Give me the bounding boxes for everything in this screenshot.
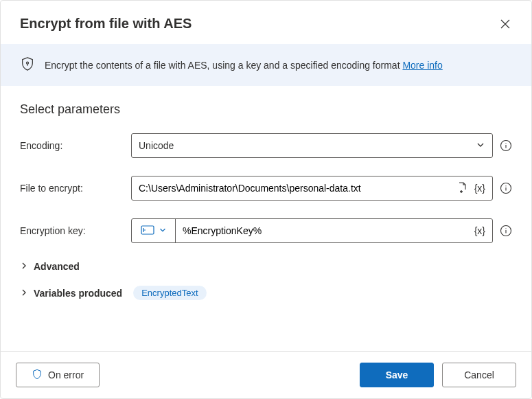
variables-produced-label: Variables produced [34, 288, 122, 299]
encoding-value: Unicode [139, 140, 470, 151]
advanced-expander[interactable]: Advanced [20, 261, 512, 272]
chevron-right-icon [20, 261, 28, 272]
file-info-icon[interactable] [500, 182, 512, 194]
encoding-info-icon[interactable] [500, 139, 512, 152]
dialog: Encrypt from file with AES Encrypt the c… [0, 0, 532, 399]
section-title: Select parameters [20, 102, 512, 117]
svg-point-2 [505, 143, 506, 144]
svg-point-4 [505, 185, 506, 186]
chevron-right-icon [20, 288, 28, 299]
variable-picker-icon[interactable]: {x} [474, 225, 485, 236]
file-field: {x} [131, 176, 493, 201]
cancel-button[interactable]: Cancel [442, 363, 516, 387]
encoding-label: Encoding: [20, 140, 122, 151]
svg-point-0 [27, 62, 29, 64]
encoding-row: Encoding: Unicode [20, 133, 512, 158]
key-row: Encryption key: {x} [20, 218, 512, 243]
on-error-label: On error [48, 369, 84, 380]
info-banner: Encrypt the contents of a file with AES,… [1, 44, 531, 86]
browse-file-icon[interactable] [456, 181, 469, 196]
save-label: Save [386, 369, 408, 380]
close-button[interactable] [498, 17, 512, 31]
on-error-button[interactable]: On error [16, 363, 100, 387]
chevron-down-icon [476, 140, 485, 152]
save-button[interactable]: Save [360, 363, 434, 387]
file-row: File to encrypt: {x} [20, 176, 512, 201]
variable-chip[interactable]: EncryptedText [133, 286, 206, 300]
advanced-label: Advanced [34, 261, 80, 272]
chevron-down-icon [159, 225, 167, 236]
shield-lock-icon [20, 56, 35, 73]
dialog-footer: On error Save Cancel [1, 351, 531, 398]
key-input[interactable] [183, 225, 469, 236]
content-area: Select parameters Encoding: Unicode File… [1, 86, 531, 351]
shield-outline-icon [32, 369, 43, 382]
key-label: Encryption key: [20, 225, 122, 236]
variables-produced-expander[interactable]: Variables produced EncryptedText [20, 286, 512, 300]
encoding-select[interactable]: Unicode [131, 133, 493, 158]
dialog-title: Encrypt from file with AES [20, 16, 192, 32]
banner-text-content: Encrypt the contents of a file with AES,… [45, 60, 402, 71]
file-input[interactable] [139, 183, 451, 194]
text-input-type-icon [141, 225, 154, 237]
svg-point-7 [505, 228, 506, 229]
variable-picker-icon[interactable]: {x} [474, 183, 485, 194]
more-info-link[interactable]: More info [402, 60, 442, 71]
key-combo-field: {x} [131, 218, 493, 243]
file-label: File to encrypt: [20, 183, 122, 194]
key-type-selector[interactable] [132, 219, 176, 242]
key-info-icon[interactable] [500, 225, 512, 237]
close-icon [500, 19, 510, 29]
cancel-label: Cancel [464, 369, 494, 380]
banner-text: Encrypt the contents of a file with AES,… [45, 60, 443, 71]
dialog-header: Encrypt from file with AES [1, 1, 531, 44]
